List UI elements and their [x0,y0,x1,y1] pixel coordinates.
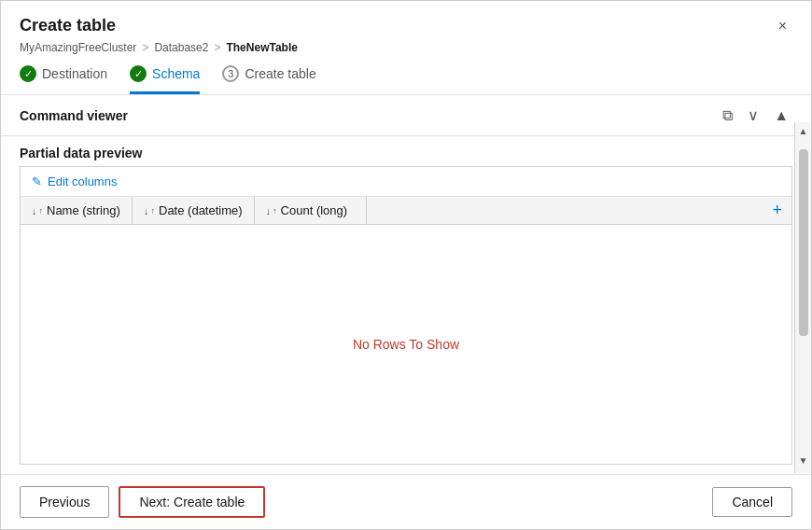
dialog-title: Create table [20,16,116,35]
step-schema-check-icon: ✓ [130,65,147,82]
next-create-table-button[interactable]: Next: Create table [119,486,265,518]
steps-row: ✓ Destination ✓ Schema 3 Create table [20,65,792,94]
scroll-thumb[interactable] [799,149,808,336]
table-header: ↓ ↑ Name (string) ↓ ↑ Date (datetime) ↓ … [21,197,791,225]
create-table-dialog: Create table × MyAmazingFreeCluster > Da… [0,0,812,530]
col-name-label: Name (string) [47,203,120,217]
data-table: ✎ Edit columns ↓ ↑ Name (string) ↓ ↑ Dat… [20,166,792,465]
col-count-label: Count (long) [281,203,348,217]
close-button[interactable]: × [773,17,792,35]
edit-columns-button[interactable]: ✎ Edit columns [32,174,117,188]
cancel-button[interactable]: Cancel [712,487,792,517]
step-create-table-label: Create table [245,66,315,81]
step-schema-label: Schema [152,66,200,81]
no-rows-message: No Rows To Show [353,337,459,352]
title-row: Create table × [20,16,792,35]
add-column-button[interactable]: + [763,197,791,224]
step-schema[interactable]: ✓ Schema [130,65,200,94]
pencil-icon: ✎ [32,174,42,188]
edit-columns-label: Edit columns [48,174,117,188]
content-area: ✎ Edit columns ↓ ↑ Name (string) ↓ ↑ Dat… [1,166,811,474]
edit-columns-row: ✎ Edit columns [21,167,791,197]
col-name-sort-icons: ↓ ↑ [32,205,43,216]
chevron-down-icon[interactable]: ∨ [744,105,763,126]
breadcrumb-sep2: > [214,41,220,54]
col-header-date[interactable]: ↓ ↑ Date (datetime) [133,197,255,224]
step-create-table[interactable]: 3 Create table [222,65,315,94]
footer-left-buttons: Previous Next: Create table [20,486,265,518]
step-destination-label: Destination [42,66,107,81]
step-create-table-num-icon: 3 [222,65,239,82]
breadcrumb-cluster: MyAmazingFreeCluster [20,41,136,54]
col-date-label: Date (datetime) [159,203,243,217]
command-viewer-icons: ⧉ ∨ ▲ [719,105,792,126]
dialog-footer: Previous Next: Create table Cancel [1,474,811,529]
col-count-sort-icons: ↓ ↑ [266,205,277,216]
col-header-name[interactable]: ↓ ↑ Name (string) [21,197,133,224]
breadcrumb: MyAmazingFreeCluster > Database2 > TheNe… [20,41,792,54]
scroll-up-arrow[interactable]: ▲ [799,122,808,140]
col-date-sort-icons: ↓ ↑ [144,205,155,216]
chevron-up-icon[interactable]: ▲ [770,105,792,126]
copy-icon[interactable]: ⧉ [719,105,736,126]
partial-preview-label: Partial data preview [1,136,811,166]
command-viewer-title: Command viewer [20,108,128,123]
dialog-header: Create table × MyAmazingFreeCluster > Da… [1,1,811,94]
breadcrumb-database: Database2 [154,41,208,54]
scrollbar[interactable]: ▲ ▼ [794,122,811,473]
step-destination-check-icon: ✓ [20,65,36,82]
scroll-down-arrow[interactable]: ▼ [799,452,808,469]
breadcrumb-sep1: > [142,41,148,54]
command-viewer-bar: Command viewer ⧉ ∨ ▲ [1,95,811,136]
previous-button[interactable]: Previous [20,486,109,518]
col-header-count[interactable]: ↓ ↑ Count (long) [255,197,367,224]
table-body: No Rows To Show [21,225,791,464]
breadcrumb-table: TheNewTable [226,41,297,54]
dialog-body: Command viewer ⧉ ∨ ▲ Partial data previe… [1,95,811,474]
step-destination[interactable]: ✓ Destination [20,65,107,94]
